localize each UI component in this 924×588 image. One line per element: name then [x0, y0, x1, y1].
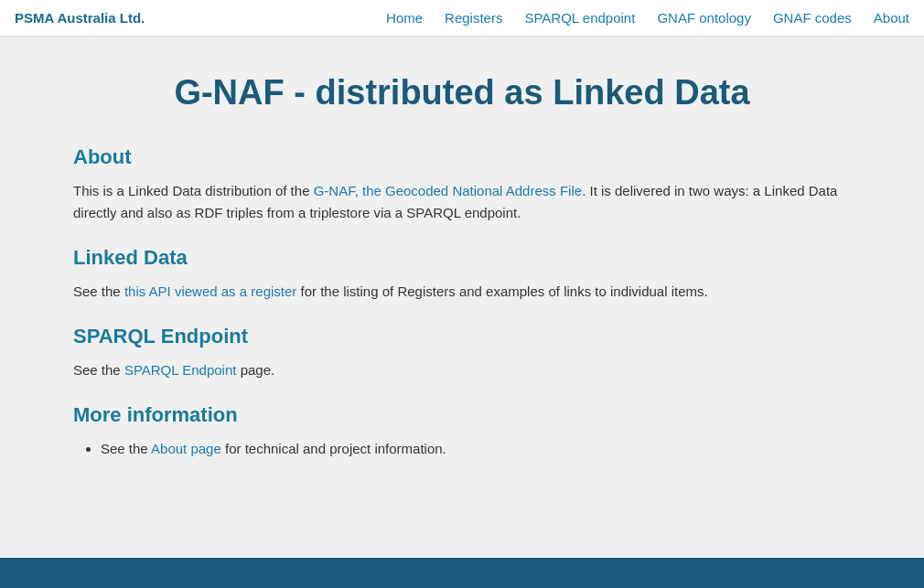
nav-link-gnaf-codes[interactable]: GNAF codes [773, 10, 852, 26]
section-heading-0: About [73, 145, 851, 169]
brand-logo[interactable]: PSMA Australia Ltd. [15, 10, 145, 26]
section-text-2: See the SPARQL Endpoint page. [73, 359, 851, 381]
section-3: More informationSee the About page for t… [73, 403, 851, 460]
section-heading-1: Linked Data [73, 246, 851, 270]
footer [0, 558, 924, 588]
page-title: G-NAF - distributed as Linked Data [73, 73, 851, 112]
section-heading-2: SPARQL Endpoint [73, 325, 851, 348]
nav-link-sparql-endpoint[interactable]: SPARQL endpoint [524, 10, 635, 26]
nav-link-about[interactable]: About [874, 10, 909, 26]
header: PSMA Australia Ltd. HomeRegistersSPARQL … [0, 0, 924, 37]
section-heading-3: More information [73, 403, 851, 427]
content-link[interactable]: SPARQL Endpoint [124, 362, 237, 378]
content-link[interactable]: G-NAF, the Geocoded National Address Fil… [314, 183, 582, 198]
section-2: SPARQL EndpointSee the SPARQL Endpoint p… [73, 325, 851, 381]
nav-link-registers[interactable]: Registers [445, 10, 502, 26]
list-item-0: See the About page for technical and pro… [101, 438, 851, 460]
nav-link-gnaf-ontology[interactable]: GNAF ontology [657, 10, 751, 26]
section-0: AboutThis is a Linked Data distribution … [73, 145, 851, 224]
section-text-1: See the this API viewed as a register fo… [73, 281, 851, 303]
sections-container: AboutThis is a Linked Data distribution … [73, 145, 851, 460]
main-content: G-NAF - distributed as Linked Data About… [0, 37, 924, 558]
nav-link-home[interactable]: Home [386, 10, 423, 26]
content-link[interactable]: About page [151, 441, 221, 456]
section-text-0: This is a Linked Data distribution of th… [73, 180, 851, 224]
section-1: Linked DataSee the this API viewed as a … [73, 246, 851, 303]
main-nav: HomeRegistersSPARQL endpointGNAF ontolog… [386, 10, 909, 26]
info-list-3: See the About page for technical and pro… [101, 438, 851, 460]
content-link[interactable]: this API viewed as a register [124, 283, 296, 299]
